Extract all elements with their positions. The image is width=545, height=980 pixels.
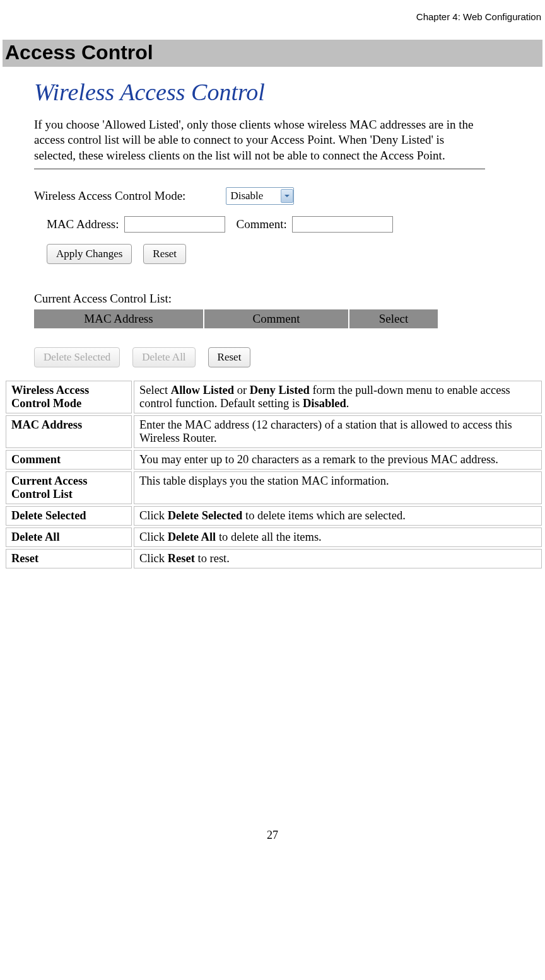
comment-label: Comment: [237, 217, 287, 231]
table-row: Delete All Click Delete All to delete al… [6, 527, 542, 547]
row-value: Click Delete All to delete all the items… [134, 527, 542, 547]
mac-input[interactable] [124, 216, 225, 233]
mac-label: MAC Address: [47, 217, 119, 231]
screenshot-panel: Wireless Access Control If you choose 'A… [34, 78, 513, 367]
list-label: Current Access Control List: [34, 292, 513, 306]
row-label: Reset [6, 549, 132, 568]
row-label: Delete Selected [6, 506, 132, 526]
row-value: Enter the MAC address (12 characters) of… [134, 415, 542, 448]
chevron-down-icon[interactable] [281, 189, 293, 203]
access-list-table: MAC Address Comment Select [34, 309, 438, 328]
row-value: This table displays you the station MAC … [134, 471, 542, 504]
mac-row: MAC Address: Comment: [47, 216, 513, 233]
table-row: Comment You may enter up to 20 character… [6, 450, 542, 470]
reset-button[interactable]: Reset [143, 244, 186, 264]
row-value: Select Allow Listed or Deny Listed form … [134, 381, 542, 413]
table-header-mac: MAC Address [34, 309, 204, 328]
table-row: Delete Selected Click Delete Selected to… [6, 506, 542, 526]
row-label: Current Access Control List [6, 471, 132, 504]
table-row: MAC Address Enter the MAC address (12 ch… [6, 415, 542, 448]
comment-input[interactable] [292, 216, 393, 233]
reset-list-button[interactable]: Reset [208, 347, 251, 367]
row-value: You may enter up to 20 characters as a r… [134, 450, 542, 470]
delete-all-button[interactable]: Delete All [132, 347, 195, 367]
table-header-comment: Comment [204, 309, 349, 328]
table-row: Reset Click Reset to rest. [6, 549, 542, 568]
row-label: MAC Address [6, 415, 132, 448]
row-value: Click Delete Selected to delete items wh… [134, 506, 542, 526]
page-number: 27 [3, 829, 542, 848]
row-label: Comment [6, 450, 132, 470]
table-header-select: Select [349, 309, 438, 328]
mode-select-value: Disable [230, 190, 263, 202]
description-table: Wireless Access Control Mode Select Allo… [4, 379, 544, 570]
row-label: Delete All [6, 527, 132, 547]
section-title: Access Control [3, 40, 542, 67]
mode-select[interactable]: Disable [226, 187, 294, 205]
mode-row: Wireless Access Control Mode: Disable [34, 187, 513, 205]
divider [34, 168, 485, 170]
chapter-header: Chapter 4: Web Configuration [3, 6, 542, 22]
table-row: Wireless Access Control Mode Select Allo… [6, 381, 542, 413]
row-value: Click Reset to rest. [134, 549, 542, 568]
row-label: Wireless Access Control Mode [6, 381, 132, 413]
apply-changes-button[interactable]: Apply Changes [47, 244, 132, 264]
mode-label: Wireless Access Control Mode: [34, 189, 185, 203]
table-row: Current Access Control List This table d… [6, 471, 542, 504]
screenshot-title: Wireless Access Control [34, 78, 513, 106]
delete-selected-button[interactable]: Delete Selected [34, 347, 120, 367]
screenshot-description: If you choose 'Allowed Listed', only tho… [34, 117, 482, 163]
